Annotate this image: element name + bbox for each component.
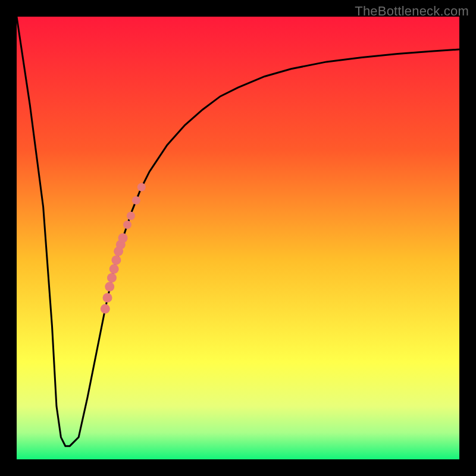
highlight-dot [107, 273, 117, 283]
highlight-dot [123, 221, 131, 229]
chart-svg [17, 17, 459, 459]
highlight-dot [101, 304, 110, 314]
plot-area [17, 17, 459, 459]
highlight-dot [109, 264, 119, 274]
highlight-dot [127, 212, 135, 220]
highlight-dot [111, 255, 121, 265]
highlight-dot [132, 196, 140, 205]
chart-frame: TheBottleneck.com [0, 0, 476, 476]
highlight-dot [103, 293, 112, 302]
highlight-dot [105, 282, 114, 292]
highlight-dot [137, 183, 146, 191]
gradient-background [17, 17, 459, 459]
watermark-label: TheBottleneck.com [355, 4, 469, 19]
highlight-dot [118, 233, 128, 243]
